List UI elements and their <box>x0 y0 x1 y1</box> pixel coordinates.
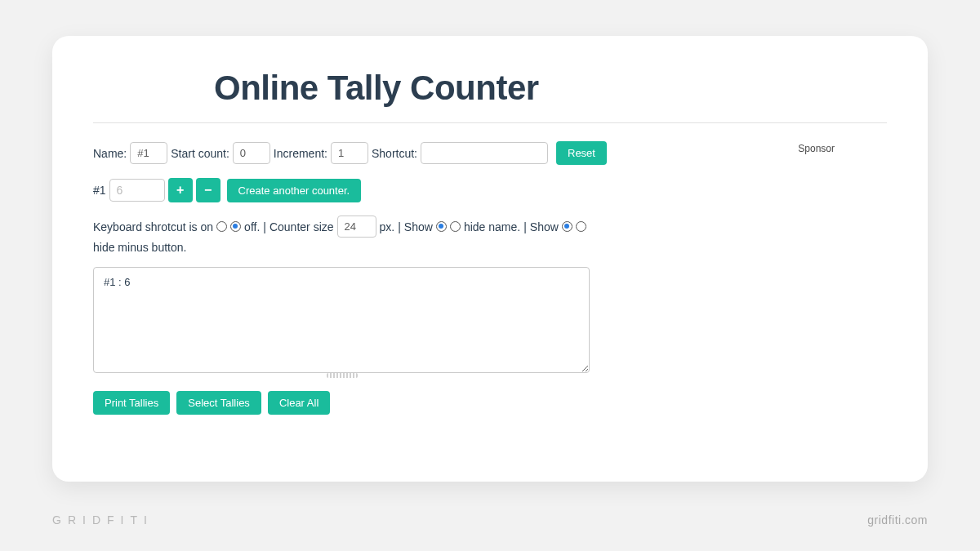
showminus-prefix: Show <box>530 220 559 233</box>
increment-input[interactable] <box>331 142 368 164</box>
separator-2: | <box>398 220 401 233</box>
sponsor-label: Sponsor <box>798 143 835 154</box>
select-tallies-button[interactable]: Select Tallies <box>176 391 261 415</box>
counter-value-input[interactable] <box>109 179 165 202</box>
name-label: Name: <box>93 147 127 160</box>
reset-button[interactable]: Reset <box>556 141 607 165</box>
shortcut-label: Shortcut: <box>372 147 417 160</box>
clear-all-button[interactable]: Clear All <box>268 391 330 415</box>
counter-row: #1 + − Create another counter. <box>93 178 678 202</box>
showname-prefix: Show <box>404 220 433 233</box>
config-row: Name: Start count: Increment: Shortcut: … <box>93 141 678 165</box>
resize-grip-icon[interactable] <box>327 373 358 378</box>
start-count-label: Start count: <box>171 147 229 160</box>
decrement-button[interactable]: − <box>196 178 220 202</box>
hide-name-radio[interactable] <box>450 221 461 232</box>
separator-1: | <box>263 220 266 233</box>
divider <box>93 122 887 123</box>
footer-url: gridfiti.com <box>867 513 928 527</box>
show-minus-radio[interactable] <box>562 221 572 232</box>
main-column: Name: Start count: Increment: Shortcut: … <box>93 141 678 415</box>
create-counter-button[interactable]: Create another counter. <box>227 179 362 202</box>
results-wrapper <box>93 267 591 376</box>
ks-on-radio[interactable] <box>216 221 227 232</box>
options-row: Keyboard shrotcut is on off. | Counter s… <box>93 216 678 254</box>
counter-name: #1 <box>93 184 106 197</box>
footer-brand: GRIDFITI <box>52 513 154 527</box>
increment-button[interactable]: + <box>168 178 193 202</box>
name-input[interactable] <box>130 142 167 164</box>
shortcut-input[interactable] <box>421 142 548 164</box>
hide-minus-radio[interactable] <box>576 221 586 232</box>
separator-3: | <box>523 220 527 233</box>
app-card: Online Tally Counter Name: Start count: … <box>52 36 928 482</box>
results-textarea[interactable] <box>93 267 590 373</box>
counter-size-input[interactable] <box>337 216 376 238</box>
increment-label: Increment: <box>274 147 327 160</box>
size-label-suffix: px. <box>380 220 395 233</box>
showname-suffix: hide name. <box>464 220 520 233</box>
page-title: Online Tally Counter <box>214 69 887 108</box>
print-tallies-button[interactable]: Print Tallies <box>93 391 170 415</box>
actions-row: Print Tallies Select Tallies Clear All <box>93 391 678 415</box>
ks-label-suffix: off. <box>244 220 260 233</box>
size-label-prefix: Counter size <box>270 220 334 233</box>
ks-label-prefix: Keyboard shrotcut is on <box>93 220 213 233</box>
showminus-suffix: hide minus button. <box>93 241 186 254</box>
content-area: Name: Start count: Increment: Shortcut: … <box>93 141 887 415</box>
ks-off-radio[interactable] <box>230 221 241 232</box>
start-count-input[interactable] <box>233 142 270 164</box>
show-name-radio[interactable] <box>436 221 447 232</box>
